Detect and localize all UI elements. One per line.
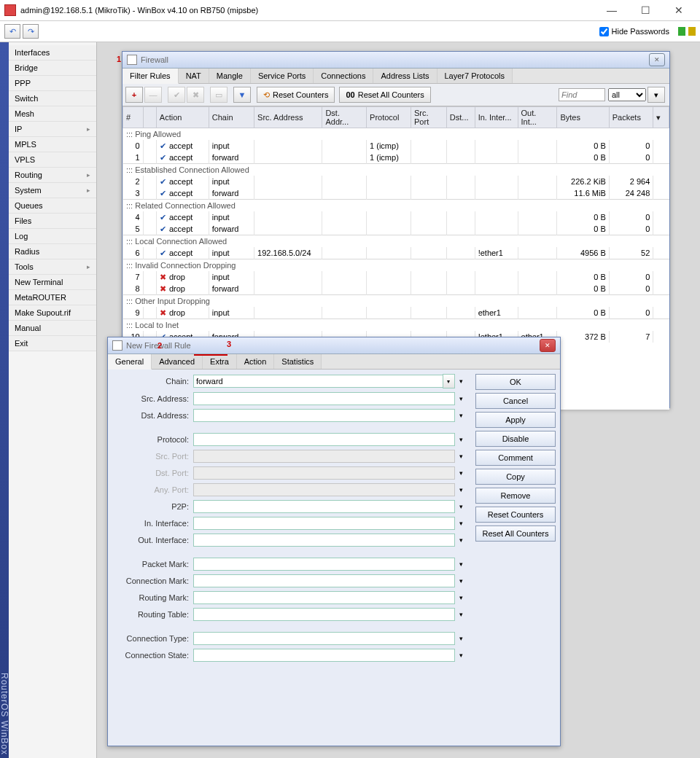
tab-service-ports[interactable]: Service Ports <box>251 69 314 83</box>
dialog-tab-extra[interactable]: Extra <box>203 354 237 369</box>
dialog-titlebar[interactable]: New Firewall Rule ✕ <box>108 337 560 354</box>
column-header[interactable]: In. Inter... <box>475 107 518 128</box>
column-header[interactable]: Action <box>156 107 209 128</box>
menu-item-interfaces[interactable]: Interfaces <box>9 45 96 60</box>
menu-item-bridge[interactable]: Bridge <box>9 60 96 76</box>
tab-mangle[interactable]: Mangle <box>209 69 251 83</box>
dialog-tab-general[interactable]: General <box>108 354 152 370</box>
input-proto[interactable] <box>193 433 455 446</box>
column-header[interactable]: # <box>123 107 144 128</box>
column-header[interactable]: Dst. Addr... <box>322 107 367 128</box>
expand-dstport[interactable]: ▾ <box>455 466 467 480</box>
expand-dst[interactable]: ▾ <box>455 409 467 422</box>
button-ok[interactable]: OK <box>475 374 556 390</box>
button-copy[interactable]: Copy <box>475 469 556 485</box>
column-header[interactable]: Chain <box>209 107 254 128</box>
column-header[interactable] <box>143 107 156 128</box>
column-header[interactable]: Bytes <box>557 107 609 128</box>
expand-cstate[interactable]: ▾ <box>455 649 467 662</box>
button-reset-all-counters[interactable]: Reset All Counters <box>475 525 556 542</box>
close-button[interactable]: ✕ <box>662 1 696 19</box>
button-cancel[interactable]: Cancel <box>475 393 556 409</box>
input-cmark[interactable] <box>193 574 455 587</box>
menu-item-ip[interactable]: IP <box>9 122 96 137</box>
input-pmark[interactable] <box>193 558 455 571</box>
firewall-close-button[interactable]: ✕ <box>649 53 665 66</box>
column-header[interactable]: Dst... <box>446 107 475 128</box>
dialog-tab-advanced[interactable]: Advanced <box>152 354 203 369</box>
expand-pmark[interactable]: ▾ <box>455 558 467 571</box>
table-row[interactable]: 3✔ acceptforward11.6 MiB24 248 <box>123 187 669 200</box>
filter-dropdown-icon[interactable]: ▾ <box>648 87 665 103</box>
menu-item-mpls[interactable]: MPLS <box>9 137 96 152</box>
table-row[interactable]: 4✔ acceptinput0 B0 <box>123 211 669 223</box>
add-button[interactable]: + <box>125 87 143 103</box>
expand-rtable[interactable]: ▾ <box>455 608 467 621</box>
input-dst[interactable] <box>193 409 455 422</box>
input-rtable[interactable] <box>193 608 455 621</box>
dialog-tab-action[interactable]: Action <box>237 354 275 369</box>
button-reset-counters[interactable]: Reset Counters <box>475 507 556 523</box>
table-row[interactable]: 1✔ acceptforward1 (icmp)0 B0 <box>123 152 669 164</box>
menu-item-vpls[interactable]: VPLS <box>9 152 96 168</box>
tab-nat[interactable]: NAT <box>179 69 209 83</box>
menu-item-system[interactable]: System <box>9 183 96 198</box>
menu-item-metarouter[interactable]: MetaROUTER <box>9 290 96 305</box>
input-chain[interactable] <box>193 375 443 388</box>
menu-item-exit[interactable]: Exit <box>9 336 96 351</box>
reset-all-counters-button[interactable]: 00Reset All Counters <box>339 87 430 103</box>
reset-counters-button[interactable]: ⟲Reset Counters <box>257 87 335 103</box>
menu-item-new-terminal[interactable]: New Terminal <box>9 275 96 290</box>
tab-filter-rules[interactable]: Filter Rules <box>122 69 179 84</box>
expand-outif[interactable]: ▾ <box>455 534 467 547</box>
minimize-button[interactable]: — <box>595 1 629 19</box>
dropdown-chain[interactable]: ▾ <box>443 374 455 388</box>
filter-select[interactable]: all <box>608 88 646 101</box>
menu-item-files[interactable]: Files <box>9 214 96 229</box>
columns-menu-icon[interactable]: ▾ <box>653 107 669 128</box>
menu-item-queues[interactable]: Queues <box>9 198 96 214</box>
undo-button[interactable]: ↶ <box>4 24 20 39</box>
button-comment[interactable]: Comment <box>475 450 556 466</box>
menu-item-ppp[interactable]: PPP <box>9 76 96 91</box>
tab-address-lists[interactable]: Address Lists <box>373 69 437 83</box>
table-row[interactable]: 9✖ dropinputether10 B0 <box>123 307 669 319</box>
comment-button[interactable]: ▭ <box>210 87 228 103</box>
expand-inif[interactable]: ▾ <box>455 517 467 530</box>
input-cstate[interactable] <box>193 649 455 662</box>
expand-p2p[interactable]: ▾ <box>455 500 467 513</box>
column-header[interactable]: Protocol <box>367 107 411 128</box>
input-ctype[interactable] <box>193 632 455 645</box>
expand-rmark[interactable]: ▾ <box>455 591 467 604</box>
table-row[interactable]: 7✖ dropinput0 B0 <box>123 271 669 283</box>
table-row[interactable]: 6✔ acceptinput192.168.5.0/24!ether14956 … <box>123 247 669 259</box>
disable-button[interactable]: ✖ <box>187 87 204 103</box>
column-header[interactable]: Src. Port <box>411 107 447 128</box>
column-header[interactable]: Packets <box>609 107 653 128</box>
menu-item-routing[interactable]: Routing <box>9 168 96 183</box>
expand-chain[interactable]: ▾ <box>455 375 467 388</box>
table-row[interactable]: 5✔ acceptforward0 B0 <box>123 223 669 235</box>
dialog-close-button[interactable]: ✕ <box>540 339 556 352</box>
menu-item-radius[interactable]: Radius <box>9 244 96 259</box>
hide-passwords-checkbox[interactable]: Hide Passwords <box>596 25 669 39</box>
filter-icon[interactable]: ▼ <box>233 87 251 103</box>
input-inif[interactable] <box>193 517 455 530</box>
table-row[interactable]: 8✖ dropforward0 B0 <box>123 283 669 295</box>
menu-item-log[interactable]: Log <box>9 229 96 244</box>
table-row[interactable]: 0✔ acceptinput1 (icmp)0 B0 <box>123 140 669 152</box>
button-apply[interactable]: Apply <box>475 412 556 428</box>
menu-item-tools[interactable]: Tools <box>9 259 96 275</box>
table-row[interactable]: 2✔ acceptinput226.2 KiB2 964 <box>123 176 669 187</box>
expand-cmark[interactable]: ▾ <box>455 574 467 587</box>
menu-item-switch[interactable]: Switch <box>9 91 96 106</box>
button-disable[interactable]: Disable <box>475 431 556 447</box>
redo-button[interactable]: ↷ <box>23 24 39 39</box>
dialog-tab-statistics[interactable]: Statistics <box>274 354 322 369</box>
column-header[interactable]: Src. Address <box>254 107 322 128</box>
column-header[interactable]: Out. Int... <box>518 107 557 128</box>
expand-proto[interactable]: ▾ <box>455 433 467 446</box>
input-outif[interactable] <box>193 534 455 547</box>
firewall-titlebar[interactable]: Firewall ✕ <box>122 52 669 69</box>
maximize-button[interactable]: ☐ <box>629 1 662 19</box>
